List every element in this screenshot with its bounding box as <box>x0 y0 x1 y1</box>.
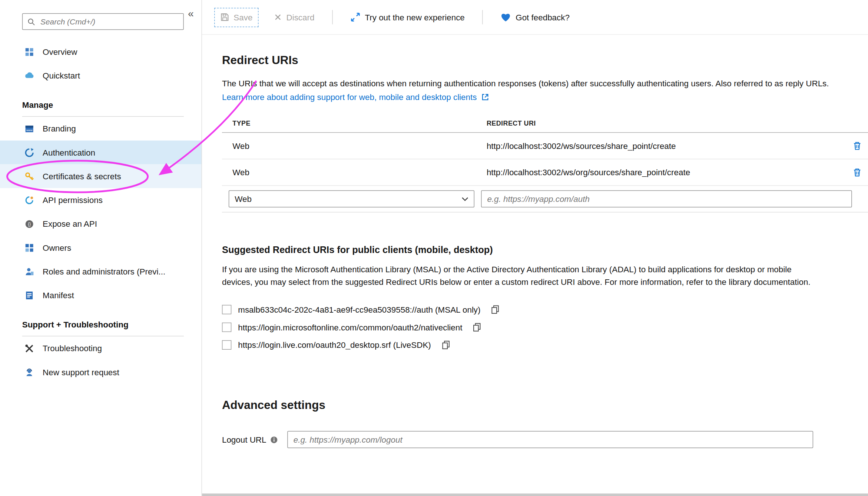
list-item: https://login.microsoftonline.com/common… <box>222 318 868 336</box>
sidebar-item-label: Quickstart <box>43 71 80 80</box>
quickstart-icon <box>24 70 34 80</box>
sidebar-nav: Overview Quickstart Manage www Branding … <box>0 40 202 384</box>
expose-api-icon: {} <box>24 219 34 229</box>
got-feedback-button[interactable]: Got feedback? <box>495 8 575 26</box>
sidebar-item-label: Troubleshooting <box>43 344 102 353</box>
table-row: Web http://localhost:3002/ws/org/sources… <box>222 159 868 186</box>
copy-button[interactable] <box>490 304 500 314</box>
heart-icon <box>501 13 511 22</box>
owners-icon <box>24 243 34 253</box>
suggested-uri-checkbox[interactable] <box>222 304 231 314</box>
copy-button[interactable] <box>472 322 481 332</box>
copy-icon <box>472 322 481 332</box>
sidebar-item-troubleshooting[interactable]: Troubleshooting <box>0 336 202 360</box>
info-icon[interactable] <box>270 436 278 443</box>
try-new-label: Try out the new experience <box>365 13 464 22</box>
save-button[interactable]: Save <box>214 7 259 27</box>
sidebar-item-new-support-request[interactable]: New support request <box>0 360 202 384</box>
overview-icon <box>24 47 34 57</box>
sidebar-item-quickstart[interactable]: Quickstart <box>0 64 202 87</box>
sidebar-item-overview[interactable]: Overview <box>0 40 202 64</box>
table-header-row: TYPE REDIRECT URI <box>222 120 868 133</box>
sidebar-item-authentication[interactable]: Authentication <box>0 140 202 164</box>
list-item: msalb633c04c-202c-4a81-ae9f-cc9ea5039558… <box>222 300 868 318</box>
discard-button[interactable]: Discard <box>269 8 320 26</box>
suggested-uri-label: https://login.microsoftonline.com/common… <box>238 322 462 332</box>
sidebar-item-branding[interactable]: www Branding <box>0 117 202 140</box>
sidebar-item-api-permissions[interactable]: API permissions <box>0 188 202 212</box>
row-type: Web <box>232 141 487 150</box>
horizontal-scrollbar[interactable] <box>202 493 868 496</box>
try-new-experience-button[interactable]: Try out the new experience <box>345 8 470 27</box>
sidebar-item-owners[interactable]: Owners <box>0 236 202 259</box>
manage-section-header: Manage <box>0 93 202 116</box>
sidebar-item-label: Owners <box>43 243 71 252</box>
logout-url-label: Logout URL <box>222 435 266 444</box>
suggested-uri-checkbox[interactable] <box>222 322 231 332</box>
save-icon <box>220 13 229 21</box>
col-header-redirect-uri: REDIRECT URI <box>487 120 846 127</box>
discard-x-icon <box>274 13 282 21</box>
support-section-header: Support + Troubleshooting <box>0 313 202 336</box>
discard-label: Discard <box>286 13 315 22</box>
sidebar-item-label: Expose an API <box>43 219 97 228</box>
advanced-settings-section: Advanced settings Logout URL <box>222 398 868 448</box>
suggested-uris-description: If you are using the Microsoft Authentic… <box>222 263 814 288</box>
authentication-icon <box>24 147 34 157</box>
sidebar-item-label: Branding <box>43 124 76 133</box>
sidebar-item-label: Overview <box>43 47 77 56</box>
trash-icon <box>852 168 861 177</box>
sidebar-item-roles-administrators[interactable]: Roles and administrators (Previ... <box>0 260 202 283</box>
suggested-uri-label: https://login.live.com/oauth20_desktop.s… <box>238 340 431 349</box>
roles-icon <box>24 266 34 276</box>
new-uri-row: Web <box>222 186 868 213</box>
delete-uri-button[interactable] <box>846 141 868 150</box>
sidebar-item-label: Certificates & secrets <box>43 172 121 181</box>
redirect-uri-table: TYPE REDIRECT URI Web http://localhost:3… <box>222 120 868 213</box>
new-experience-arrows-icon <box>351 12 361 22</box>
sidebar-item-label: New support request <box>43 367 119 377</box>
table-row: Web http://localhost:3002/ws/sources/sha… <box>222 133 868 159</box>
copy-button[interactable] <box>441 340 450 349</box>
svg-text:www: www <box>26 128 33 132</box>
trash-icon <box>852 141 861 150</box>
redirect-uris-title: Redirect URIs <box>222 53 868 67</box>
toolbar-separator <box>483 10 483 24</box>
support-request-icon <box>24 367 34 377</box>
branding-icon: www <box>24 124 34 134</box>
new-redirect-uri-input[interactable] <box>481 190 852 207</box>
suggested-uris-section: Suggested Redirect URIs for public clien… <box>222 244 868 353</box>
sidebar-item-certificates-secrets[interactable]: Certificates & secrets <box>0 164 202 188</box>
manifest-icon <box>24 290 34 300</box>
sidebar: « Overview Quickstart Manage www Brandin… <box>0 0 202 496</box>
external-link-icon <box>481 93 489 101</box>
uri-type-select[interactable]: Web <box>229 190 474 207</box>
row-type: Web <box>232 168 487 177</box>
page-content: Redirect URIs The URIs that we will acce… <box>202 35 868 448</box>
copy-icon <box>441 340 450 349</box>
delete-uri-button[interactable] <box>846 168 868 177</box>
sidebar-item-expose-an-api[interactable]: {} Expose an API <box>0 212 202 236</box>
save-label: Save <box>233 13 252 22</box>
search-icon <box>27 17 35 26</box>
row-uri: http://localhost:3002/ws/sources/share_p… <box>487 141 846 150</box>
sidebar-item-manifest[interactable]: Manifest <box>0 283 202 307</box>
sidebar-item-label: Authentication <box>43 148 95 157</box>
col-header-type: TYPE <box>232 120 487 127</box>
row-uri: http://localhost:3002/ws/org/sources/sha… <box>487 168 846 177</box>
chevron-down-icon <box>462 197 468 201</box>
feedback-label: Got feedback? <box>516 13 570 22</box>
key-icon <box>24 171 34 181</box>
sidebar-collapse-button[interactable]: « <box>185 8 197 19</box>
uri-type-selected-value: Web <box>235 194 252 203</box>
svg-text:{}: {} <box>28 222 31 227</box>
suggested-uri-checkbox[interactable] <box>222 340 231 349</box>
learn-more-link[interactable]: Learn more about adding support for web,… <box>222 92 477 101</box>
logout-url-input[interactable] <box>287 431 813 448</box>
logout-url-row: Logout URL <box>222 431 868 448</box>
sidebar-search[interactable] <box>22 13 184 30</box>
suggested-uris-title: Suggested Redirect URIs for public clien… <box>222 244 868 256</box>
suggested-uri-options: msalb633c04c-202c-4a81-ae9f-cc9ea5039558… <box>222 300 868 353</box>
api-permissions-icon <box>24 195 34 205</box>
search-input[interactable] <box>39 17 179 27</box>
